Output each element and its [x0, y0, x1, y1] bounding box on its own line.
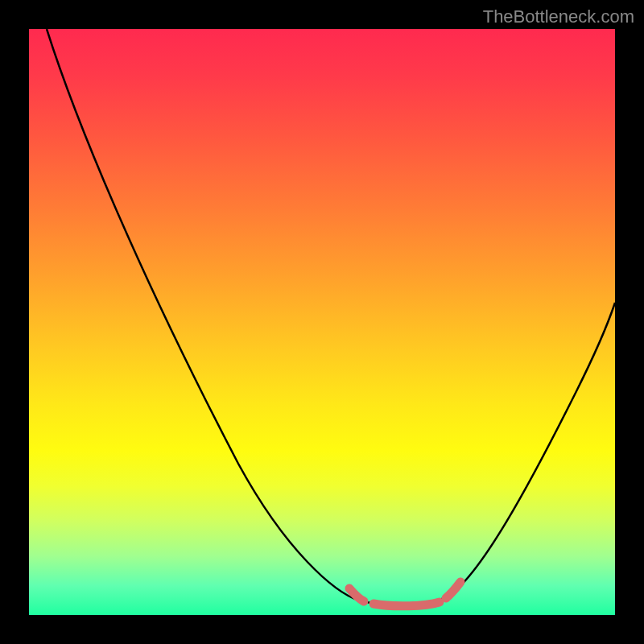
curve-right-branch [448, 303, 615, 597]
highlight-left [349, 588, 364, 601]
highlight-middle [374, 602, 440, 606]
watermark-text: TheBottleneck.com [483, 6, 634, 27]
chart-container: TheBottleneck.com [0, 0, 644, 644]
highlight-right [446, 582, 460, 598]
bottleneck-curve [29, 29, 615, 615]
curve-left-branch [47, 29, 359, 601]
